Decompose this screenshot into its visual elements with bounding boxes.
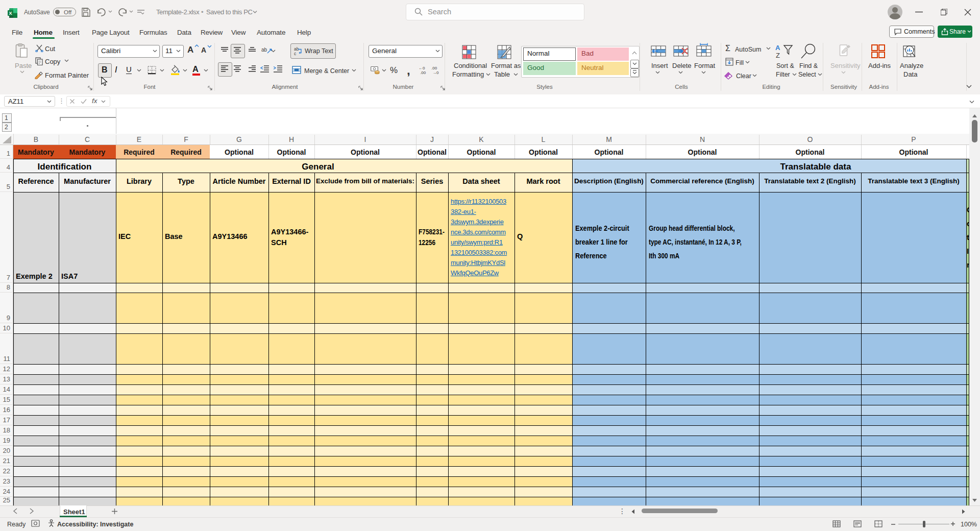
svg-text:←0: ←0 <box>419 66 425 70</box>
svg-text:Z: Z <box>776 52 780 59</box>
svg-text:.00: .00 <box>431 66 437 70</box>
svg-text:X: X <box>9 10 12 16</box>
svg-text:.00: .00 <box>420 70 426 75</box>
svg-text:ab: ab <box>261 47 267 53</box>
svg-text:→0: →0 <box>432 70 439 75</box>
svg-text:A: A <box>775 44 780 52</box>
